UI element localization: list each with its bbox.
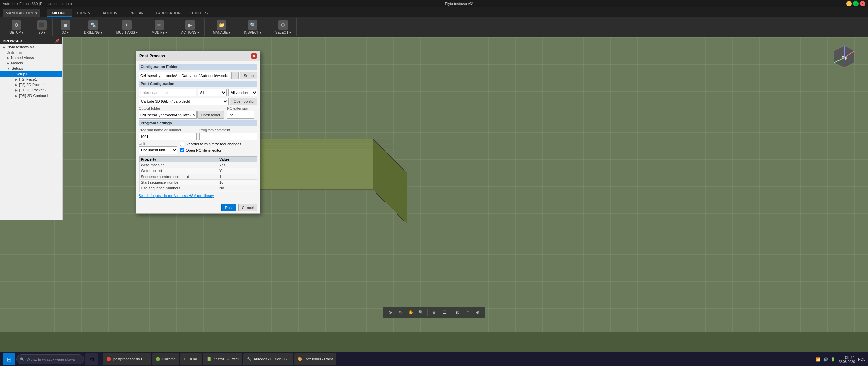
ribbon-group-multiaxis: ✦ MULTI-AXIS ▾ (111, 18, 143, 36)
open-config-button[interactable]: Open config (230, 98, 257, 105)
clock[interactable]: 09:11 22.08.2020 (838, 355, 855, 364)
workspace: BROWSER 📌 ▶ Płyta testowa v3 Units: mm ▶… (0, 37, 868, 332)
post-button[interactable]: Post (221, 204, 236, 211)
program-comment-input[interactable] (199, 133, 257, 140)
task-view-btn[interactable]: ⧉ (85, 353, 98, 365)
volume-icon[interactable]: 🔊 (823, 357, 828, 362)
multiaxis-icon: ✦ (122, 20, 132, 30)
tab-additive[interactable]: ADDITIVE (98, 9, 125, 17)
taskbar-app-paint[interactable]: 🎨 Bez tytułu - Paint (294, 353, 336, 365)
prop-name-1[interactable]: Write tool list (139, 168, 218, 174)
close-button[interactable]: ✕ (860, 1, 865, 6)
maximize-button[interactable]: □ (853, 1, 859, 6)
orbit-btn[interactable]: ↺ (396, 308, 405, 317)
chevron-icon: ▶ (15, 88, 18, 92)
prop-name-2[interactable]: Sequence number increment (139, 174, 218, 180)
chevron-icon: ▶ (15, 94, 18, 98)
output-folder-input[interactable] (139, 111, 197, 119)
browse-folder-button[interactable]: … (231, 72, 239, 79)
prop-name-3[interactable]: Start sequence number (139, 180, 218, 185)
browser-item-units[interactable]: Units: mm (0, 50, 62, 55)
prop-value-1: Yes (218, 168, 257, 174)
ribbon-content: ⚙ SETUP ▾ ⬛ 2D ▾ ◼ 3D ▾ 🔩 DRILLING ▾ ✦ (0, 17, 868, 37)
start-button[interactable]: ⊞ (3, 353, 15, 365)
setup-button[interactable]: Setup (240, 72, 257, 79)
minimize-button[interactable]: — (846, 1, 852, 6)
viewport-axes: Top (831, 44, 858, 71)
nc-extension-input[interactable] (227, 111, 254, 119)
pan-btn[interactable]: ✋ (406, 308, 415, 317)
battery-icon[interactable]: 🔋 (831, 357, 835, 362)
cancel-button[interactable]: Cancel (238, 204, 257, 211)
browser-item-contour1[interactable]: ▶ [T6l] 2D Contour1 (0, 93, 62, 98)
modify-icon: ✏ (155, 20, 164, 30)
browser-item-face1[interactable]: ▶ [T2] Face1 (0, 77, 62, 82)
browser-item-root[interactable]: ▶ Płyta testowa v3 (0, 44, 62, 50)
prop-col-header: Property (139, 157, 218, 162)
hsm-library-link[interactable]: Search for posts in our Autodesk HSM pos… (139, 194, 257, 198)
2d-btn[interactable]: ⬛ 2D ▾ (35, 20, 49, 35)
tab-turning[interactable]: TURNING (72, 9, 98, 17)
taskbar-app-excel[interactable]: 📗 Zeszyt1 - Excel (203, 353, 242, 365)
network-icon[interactable]: 📶 (816, 357, 821, 362)
select-btn[interactable]: ⬡ SELECT ▾ (273, 20, 293, 35)
browser-item-models[interactable]: ▶ Models (0, 60, 62, 66)
prop-name-4[interactable]: Use sequence numbers (139, 185, 218, 191)
prop-value-0: Yes (218, 162, 257, 168)
browser-item-pocket4[interactable]: ▶ [T2] 2D Pocket4 (0, 82, 62, 87)
manufacture-dropdown[interactable]: MANUFACTURE ▾ (3, 9, 40, 17)
taskbar-app-chrome[interactable]: 🟢 Chrome (152, 353, 179, 365)
inspect-btn[interactable]: 🔍 INSPECT ▾ (242, 20, 263, 35)
properties-container[interactable]: Property Value Write machineYesWrite too… (139, 156, 257, 192)
display-settings-btn[interactable]: ☰ (440, 308, 449, 317)
taskbar-tray: 📶 🔊 🔋 09:11 22.08.2020 POL (816, 355, 865, 364)
taskbar-app-postprocessor[interactable]: 🔴 postprocesor do Pi... (103, 353, 151, 365)
modify-btn[interactable]: ✏ MODIFY ▾ (150, 20, 169, 35)
taskbar-app-tidal[interactable]: ♪ TIDAL (180, 353, 202, 365)
snap-btn[interactable]: ⊕ (473, 308, 482, 317)
3d-btn[interactable]: ◼ 3D ▾ (59, 20, 72, 35)
actions-btn[interactable]: ▶ ACTIONS ▾ (179, 20, 201, 35)
post-search-input[interactable] (139, 89, 196, 96)
post-file-select[interactable]: Carbide 3D (Grbl) / carbide3d (139, 98, 229, 105)
appearance-btn[interactable]: ◐ (453, 308, 462, 317)
browser-item-named-views[interactable]: ▶ Named Views (0, 55, 62, 60)
browser-item-setup1[interactable]: ▼ Setup1 (0, 71, 62, 77)
config-folder-input[interactable] (139, 72, 230, 79)
prop-name-5[interactable]: Separate words with space (139, 191, 218, 193)
tab-utilities[interactable]: UTILITIES (185, 9, 212, 17)
setup-btn[interactable]: ⚙ SETUP ▾ (7, 20, 25, 35)
prop-name-0[interactable]: Write machine (139, 162, 218, 168)
dialog-close-button[interactable]: ✕ (251, 53, 257, 59)
manage-btn[interactable]: 📁 MANAGE ▾ (211, 20, 232, 35)
browser-pin-icon[interactable]: 📌 (55, 39, 60, 43)
browser-item-setups[interactable]: ▼ Setups (0, 66, 62, 71)
multiaxis-btn[interactable]: ✦ MULTI-AXIS ▾ (114, 20, 140, 35)
ribbon-group-drilling: 🔩 DRILLING ▾ (79, 18, 108, 36)
taskbar-app-fusion[interactable]: 🔧 Autodesk Fusion 36... (243, 353, 293, 365)
tab-milling[interactable]: MILLING (47, 9, 72, 17)
zoom-btn[interactable]: 🔍 (416, 308, 425, 317)
ribbon-group-actions: ▶ ACTIONS ▾ (176, 18, 204, 36)
post-filter1-select[interactable]: All (198, 89, 227, 96)
open-folder-button[interactable]: Open folder (197, 111, 224, 119)
post-filter2-select[interactable]: All vendors (228, 89, 257, 96)
output-folder-label: Output folder (139, 106, 224, 110)
fit-view-btn[interactable]: ⊙ (386, 308, 395, 317)
drilling-btn[interactable]: 🔩 DRILLING ▾ (82, 20, 104, 35)
program-name-input[interactable] (139, 133, 197, 140)
reorder-checkbox[interactable] (180, 142, 184, 146)
open-nc-checkbox[interactable] (180, 148, 184, 152)
app-icon-tidal: ♪ (184, 357, 186, 361)
ribbon: MANUFACTURE ▾ MILLING TURNING ADDITIVE P… (0, 7, 868, 37)
view-options-btn[interactable]: ⊞ (430, 308, 438, 317)
titlebar: Autodesk Fusion 360 (Education License) … (0, 0, 868, 7)
svg-marker-1 (373, 139, 407, 224)
tab-probing[interactable]: PROBING (125, 9, 152, 17)
tab-fabrication[interactable]: FABRICATION (151, 9, 185, 17)
unit-select[interactable]: Document unit (139, 146, 177, 154)
browser-item-pocket5[interactable]: ▶ [T1] 2D Pocket5 (0, 87, 62, 93)
grid-btn[interactable]: # (463, 308, 472, 317)
taskbar-search[interactable]: 🔍 Wpisz tu wyszukiwane słowa (16, 354, 84, 364)
app-icon-chrome: 🟢 (156, 357, 160, 361)
